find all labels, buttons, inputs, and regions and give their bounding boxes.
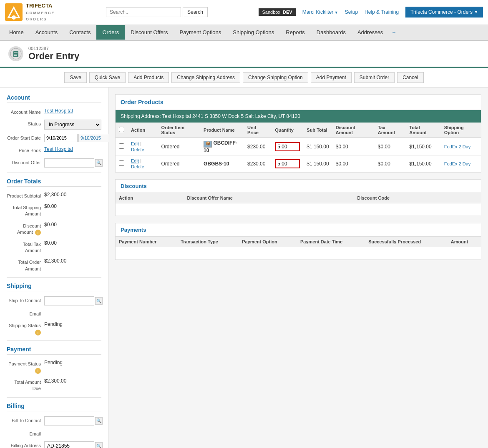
ship-to-contact-lookup-icon[interactable]: 🔍: [95, 297, 103, 305]
row2-delete-link[interactable]: Delete: [131, 164, 144, 169]
page-title-area: 00112387 Order Entry: [28, 46, 79, 62]
row2-edit-link[interactable]: Edit: [131, 158, 139, 163]
products-table-header-row: Action Order Item Status Product Name Un…: [116, 123, 481, 138]
logo-name: TRIFECTA COMMERCE ORDERS: [26, 3, 55, 22]
bill-to-contact-input[interactable]: [44, 416, 94, 425]
row2-quantity-cell: [272, 155, 303, 172]
main-content: Account Account Name Test Hospital Statu…: [0, 88, 488, 448]
billing-section: Billing Bill To Contact 🔍 Email Billing …: [7, 403, 101, 448]
nav-item-addresses[interactable]: Addresses: [352, 25, 389, 40]
price-book-row: Price Book Test Hospital: [7, 146, 101, 154]
status-select[interactable]: In Progress Submitted Cancelled Complete: [44, 120, 101, 130]
row1-sub-total-cell: $1,150.00: [303, 138, 332, 155]
add-payment-button[interactable]: Add Payment: [311, 72, 352, 83]
account-name-label: Account Name: [7, 108, 44, 115]
nav-item-contacts[interactable]: Contacts: [63, 25, 96, 40]
nav-more-button[interactable]: +: [389, 25, 399, 40]
row1-discount-amount-cell: $0.00: [332, 138, 375, 155]
row1-quantity-input[interactable]: [275, 142, 300, 151]
discount-offer-field: 🔍: [44, 158, 103, 168]
total-shipping-row: Total Shipping Amount $0.00: [7, 203, 101, 218]
total-tax-row: Total Tax Amount $0.00: [7, 240, 101, 254]
discount-offer-row: Discount Offer 🔍: [7, 158, 101, 168]
row2-shipping-option-link[interactable]: FedEx 2 Day: [444, 161, 471, 166]
nav-item-accounts[interactable]: Accounts: [30, 25, 63, 40]
billing-address-label: Billing Address: [7, 441, 44, 448]
discount-offer-lookup-icon[interactable]: 🔍: [95, 159, 103, 167]
quick-save-button[interactable]: Quick Save: [89, 72, 126, 83]
bill-to-contact-lookup-icon[interactable]: 🔍: [95, 417, 103, 425]
payment-section: Payment Payment Status i Pending Total A…: [7, 346, 101, 392]
page-title: Order Entry: [28, 51, 79, 62]
payments-table-body: [116, 247, 481, 259]
shipping-status-label: Shipping Status i: [7, 321, 44, 335]
user-menu[interactable]: Marci Kickliter: [302, 9, 338, 15]
col-quantity: Quantity: [272, 123, 303, 138]
nav-item-discount-offers[interactable]: Discount Offers: [125, 25, 174, 40]
price-book-label: Price Book: [7, 146, 44, 154]
discounts-header-row: Action Discount Offer Name Discount Code: [116, 193, 481, 203]
setup-link[interactable]: Setup: [345, 9, 358, 15]
order-start-date-bracket[interactable]: [78, 134, 112, 142]
account-section-title: Account: [7, 94, 101, 103]
price-book-value[interactable]: Test Hospital: [44, 146, 73, 152]
billing-address-lookup-icon[interactable]: 🔍: [95, 442, 103, 448]
cancel-button[interactable]: Cancel: [397, 72, 423, 83]
search-button[interactable]: Search: [183, 7, 208, 17]
billing-address-input[interactable]: [44, 441, 94, 448]
row2-quantity-input[interactable]: [275, 159, 300, 168]
order-number: 00112387: [28, 46, 79, 51]
row1-shipping-option-link[interactable]: FedEx 2 Day: [444, 144, 471, 149]
page-header: 00112387 Order Entry: [0, 41, 488, 68]
total-shipping-label: Total Shipping Amount: [7, 203, 44, 218]
help-link[interactable]: Help & Training: [365, 9, 399, 15]
nav-item-payment-options[interactable]: Payment Options: [174, 25, 227, 40]
row2-sub-total-cell: $1,150.00: [303, 155, 332, 172]
row2-status-cell: Ordered: [158, 155, 200, 172]
search-input[interactable]: [106, 7, 181, 17]
billing-address-row: Billing Address 🔍 Test Hospital 2441 S 3…: [7, 441, 101, 448]
order-totals-section: Order Totals Product Subtotal $2,300.00 …: [7, 178, 101, 273]
row1-product-icon: 📦: [204, 141, 212, 148]
shipping-section: Shipping Ship To Contact 🔍 Email Shippin…: [7, 283, 101, 335]
order-products-panel: Order Products Shipping Address: Test Ho…: [115, 94, 481, 173]
discounts-empty-row: [116, 203, 481, 215]
change-shipping-address-button[interactable]: Change Shipping Address: [171, 72, 240, 83]
total-amount-due-value: $2,300.00: [44, 378, 101, 384]
nav-item-shipping-options[interactable]: Shipping Options: [227, 25, 280, 40]
row1-edit-link[interactable]: Edit: [131, 141, 139, 146]
row1-unit-price-cell: $230.00: [244, 138, 272, 155]
payment-section-title: Payment: [7, 346, 101, 355]
select-all-checkbox[interactable]: [119, 127, 124, 132]
save-button[interactable]: Save: [64, 72, 86, 83]
order-totals-title: Order Totals: [7, 178, 101, 187]
order-start-date-row: Order Start Date: [7, 134, 101, 142]
app-switcher-button[interactable]: Trifecta Commerce - Orders: [405, 7, 483, 18]
nav-item-dashboards[interactable]: Dashboards: [311, 25, 352, 40]
submit-order-button[interactable]: Submit Order: [354, 72, 395, 83]
row1-status: Ordered: [161, 144, 179, 150]
row1-checkbox[interactable]: [119, 143, 124, 149]
products-table: Action Order Item Status Product Name Un…: [116, 123, 481, 172]
ship-email-row: Email: [7, 310, 101, 317]
total-amount-due-label: Total Amount Due: [7, 378, 44, 392]
row1-shipping-option-cell: FedEx 2 Day: [441, 138, 481, 155]
shipping-section-title: Shipping: [7, 283, 101, 291]
bill-to-contact-row: Bill To Contact 🔍: [7, 416, 101, 425]
nav-item-orders[interactable]: Orders: [96, 25, 125, 40]
row2-status: Ordered: [161, 161, 179, 167]
nav-item-home[interactable]: Home: [3, 25, 30, 40]
row2-checkbox[interactable]: [119, 160, 124, 166]
ship-to-contact-input[interactable]: [44, 296, 94, 305]
row1-delete-link[interactable]: Delete: [131, 147, 144, 152]
change-shipping-option-button[interactable]: Change Shipping Option: [243, 72, 308, 83]
nav-item-reports[interactable]: Reports: [280, 25, 311, 40]
order-start-date-input[interactable]: [44, 134, 78, 142]
discount-offer-input[interactable]: [44, 158, 94, 168]
account-name-value[interactable]: Test Hospital: [44, 108, 73, 114]
row2-shipping-option-cell: FedEx 2 Day: [441, 155, 481, 172]
add-products-button[interactable]: Add Products: [128, 72, 169, 83]
svg-rect-5: [14, 53, 18, 53]
discount-amount-row: Discount Amount i $0.00: [7, 222, 101, 236]
total-amount-due-row: Total Amount Due $2,300.00: [7, 378, 101, 392]
